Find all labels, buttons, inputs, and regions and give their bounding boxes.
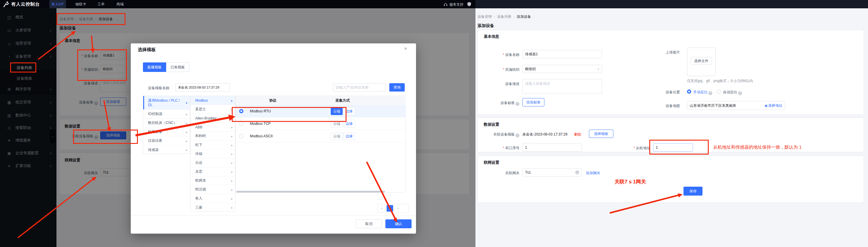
category-item-instrument[interactable]: 仪器仪表 [143, 136, 190, 145]
tab-new-template[interactable]: 新建模板 [143, 62, 166, 72]
device-name-label: 设备名称 [484, 52, 520, 57]
protocol-row-modbus-rtu[interactable]: Modbus RTU 云端 边缘 [236, 105, 406, 117]
slave-address-input[interactable] [653, 143, 693, 152]
brand-item-delta[interactable]: 台达 [190, 158, 235, 167]
search-input-field[interactable] [336, 85, 384, 90]
radio-icon[interactable] [239, 122, 243, 126]
choose-template-modal: 选择模板 × 新建模板 已有模板 设备模板名称 未命名-2023-08-03 1… [131, 43, 416, 234]
device-location-label: 设备位置 [665, 90, 683, 95]
brand-item-mitsubishi[interactable]: 三菱 [190, 203, 235, 212]
breadcrumb-device-mgmt[interactable]: 设备管理 [477, 14, 497, 19]
brand-item-modbus[interactable]: Modbus [190, 96, 235, 105]
help-icon [708, 91, 712, 95]
gateway-label: 关联网关 [498, 171, 520, 176]
upload-hint: 仅支持jpg、gif、png格式；大小为5M以内 [687, 79, 753, 84]
prev-page-icon[interactable]: ‹ [381, 206, 382, 211]
delete-template-link[interactable]: 删除 [574, 132, 581, 137]
manual-location-option[interactable]: 手动定位 [693, 90, 712, 95]
brand-item-allen-bradley[interactable]: Allen-Bradley [190, 114, 235, 123]
device-desc-label: 设备描述 [484, 82, 520, 87]
template-name-input[interactable]: 未命名-2023-08-03 17:37:29 [175, 83, 230, 92]
annotation-note-slave: 从机地址和传感器的地址保持一致，默认为 1 [713, 145, 802, 150]
brand-logo-icon [3, 1, 9, 7]
close-icon[interactable]: × [404, 46, 407, 52]
device-name-input[interactable] [522, 50, 602, 58]
template-label: 关联设备模板 [478, 132, 520, 137]
next-page-icon[interactable]: › [397, 206, 399, 211]
confirm-button[interactable]: 确认 [385, 219, 411, 228]
brand-item-omron[interactable]: 欧姆龙 [190, 176, 235, 185]
search-input[interactable] [333, 83, 386, 92]
save-button[interactable]: 保存 [683, 187, 703, 195]
selected-bar [143, 96, 144, 110]
screenshot-stage: 有人云控制台 有人IoT 物联卡 工单 商城 服务支持 ◫ 概览 ▭ 大屏管理 … [0, 0, 868, 247]
org-select[interactable]: 根组织 [522, 65, 602, 73]
template-value: 未命名-2023-08-03 17:37:29 [522, 132, 567, 137]
category-item-modbus-plc[interactable]: 通用Modbus / PLC / DL [143, 96, 190, 110]
protocol-column-header: 协议 [236, 96, 310, 105]
brand-item-langhande[interactable]: 郎汉德 [190, 185, 235, 194]
data-settings-section-title: 数据设置 [484, 122, 499, 127]
brand-item-usr[interactable]: 有人 [190, 194, 235, 203]
nav-tab-mall[interactable]: 商城 [114, 0, 126, 8]
clear-icon[interactable] [575, 171, 579, 175]
brand-item-fatek[interactable]: 永宏 [190, 167, 235, 176]
protocol-row-modbus-ascii[interactable]: Modbus ASCII 云端 边缘 [236, 130, 406, 143]
page-title: 添加设备 [477, 23, 494, 29]
choose-template-button[interactable]: 选择模板 [589, 130, 613, 138]
help-icon [516, 102, 520, 106]
nav-tab-iot[interactable]: 有人IoT [49, 0, 66, 8]
help-icon [738, 91, 742, 95]
serial-port-input[interactable] [522, 143, 582, 152]
brand-item-panasonic[interactable]: 松下 [190, 141, 235, 150]
radio-auto-location[interactable] [717, 90, 721, 94]
brand-item-abb[interactable]: ABB [190, 123, 235, 132]
category-item-sensor[interactable]: 传感器 [143, 145, 190, 154]
page-number[interactable]: 1 [386, 205, 393, 212]
search-button[interactable]: 查询 [389, 83, 405, 92]
add-tag-button[interactable]: 添加标签 [522, 98, 545, 106]
breadcrumb-add-device: 添加设备 [517, 14, 531, 19]
cloud-collect-button[interactable]: 云端 [331, 132, 343, 140]
shield-icon[interactable] [467, 2, 471, 7]
network-settings-section-title: 联网设置 [484, 160, 499, 165]
horizontal-scrollbar[interactable] [236, 191, 385, 193]
brand-column: Modbus 基恩士 Allen-Bradley ABB 和利时 松下 倍福 台… [190, 96, 235, 212]
choose-address-link[interactable]: 选择地址 [765, 103, 782, 108]
breadcrumb-device-list[interactable]: 设备列表 [497, 14, 517, 19]
network-settings-card [477, 156, 864, 203]
device-desc-textarea[interactable] [522, 79, 602, 94]
brand-item-hollysys[interactable]: 和利时 [190, 132, 235, 141]
org-label: 所属组织 [484, 67, 520, 72]
nav-tab-workorder[interactable]: 工单 [95, 0, 107, 8]
radio-selected-icon[interactable] [239, 109, 243, 113]
radio-manual-location[interactable] [687, 90, 691, 94]
category-item-io[interactable]: IO控制器 [143, 110, 190, 119]
radio-icon[interactable] [239, 134, 243, 138]
help-icon [516, 133, 520, 137]
category-item-electromech[interactable]: 机电设备 [143, 127, 190, 136]
serial-port-label: 串口序号 [493, 146, 520, 151]
edge-collect-button[interactable]: 边缘 [343, 120, 355, 127]
cloud-collect-button[interactable]: 云端 [331, 120, 343, 127]
gateway-input[interactable]: 7s1 [522, 168, 582, 177]
device-address-input[interactable]: 山东省济南市历下区龙奥南路 选择地址 [687, 101, 785, 110]
support-area[interactable]: 服务支持 [443, 2, 464, 7]
slave-address-label: 从机地址 [628, 146, 650, 151]
tab-existing-template[interactable]: 已有模板 [166, 62, 189, 72]
add-gateway-link[interactable]: 添加网关 [586, 171, 600, 176]
brand-item-keyence[interactable]: 基恩士 [190, 105, 235, 114]
auto-location-option[interactable]: 自动定位 [723, 90, 742, 95]
brand-title: 有人云控制台 [11, 1, 40, 7]
cancel-button[interactable]: 取消 [356, 219, 382, 228]
cloud-collect-button[interactable]: 云端 [331, 107, 343, 115]
brand-item-beckhoff[interactable]: 倍福 [190, 150, 235, 158]
category-column: 通用Modbus / PLC / DL IO控制器 数控机床（CNC） 机电设备… [143, 96, 190, 154]
nav-tab-sim[interactable]: 物联卡 [73, 0, 89, 8]
choose-file-button[interactable]: 选择文件 [691, 57, 712, 65]
category-item-cnc[interactable]: 数控机床（CNC） [143, 119, 190, 127]
edge-collect-button[interactable]: 边缘 [343, 132, 355, 140]
edge-collect-button[interactable]: 边缘 [343, 107, 355, 115]
protocol-row-modbus-tcp[interactable]: Modbus TCP 云端 边缘 [236, 117, 406, 130]
support-label: 服务支持 [449, 2, 464, 7]
